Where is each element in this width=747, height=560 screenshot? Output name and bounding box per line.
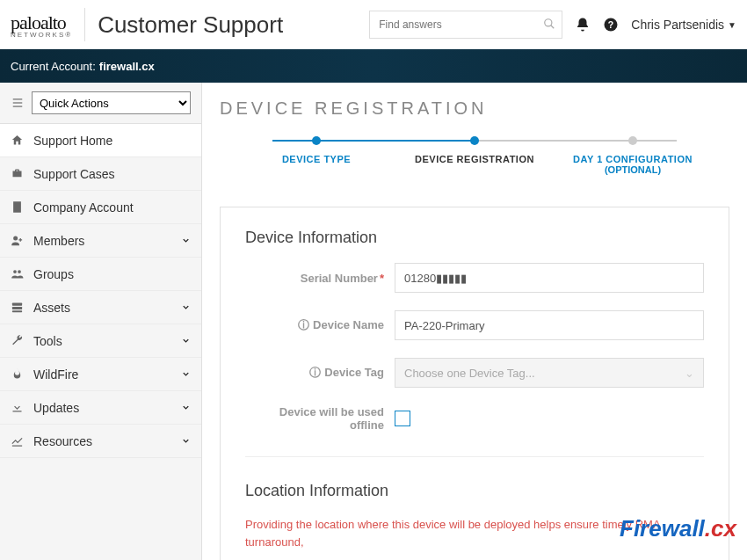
sidebar-item-label: Groups — [33, 267, 74, 281]
chevron-down-icon — [181, 236, 191, 245]
step-line-done — [272, 140, 475, 142]
step-line-pending — [475, 140, 677, 142]
device-tag-select[interactable]: Choose one Device Tag... ⌄ — [395, 358, 704, 388]
flame-icon — [11, 367, 26, 381]
chevron-down-icon — [181, 336, 191, 345]
home-icon — [11, 134, 26, 147]
sidebar-item-support-home[interactable]: Support Home — [0, 124, 201, 157]
row-device-tag: ⓘDevice Tag Choose one Device Tag... ⌄ — [245, 358, 704, 388]
sidebar-item-updates[interactable]: Updates — [0, 391, 201, 425]
header-divider — [84, 8, 85, 41]
sidebar-item-wildfire[interactable]: WildFire — [0, 358, 201, 391]
wrench-icon — [11, 334, 26, 347]
chevron-down-icon — [181, 403, 191, 412]
step-dot-icon — [628, 136, 637, 145]
step-dot-icon — [470, 136, 479, 145]
section-location-info: Location Information — [245, 482, 704, 500]
help-icon[interactable]: ⓘ — [309, 366, 321, 379]
account-value: firewall.cx — [99, 60, 155, 73]
building-icon — [11, 200, 26, 214]
svg-point-9 — [18, 270, 21, 273]
download-icon — [11, 401, 26, 414]
user-menu[interactable]: Chris Partsenidis ▼ — [631, 18, 736, 32]
brand-logo: paloalto NETWORKS® — [11, 11, 72, 39]
sidebar-item-label: WildFire — [33, 367, 78, 382]
section-device-info: Device Information — [245, 229, 704, 247]
search-container — [369, 11, 562, 39]
svg-point-8 — [13, 270, 17, 273]
form-card: Device Information Serial Number* ⓘDevic… — [220, 207, 729, 560]
step-day1-config[interactable]: DAY 1 CONFIGURATION (OPTIONAL) — [554, 136, 712, 175]
svg-point-0 — [545, 19, 552, 26]
account-label: Current Account: — [11, 60, 96, 73]
help-icon[interactable]: ? — [603, 17, 619, 33]
step-dot-icon — [312, 136, 321, 145]
server-icon — [11, 301, 26, 314]
chevron-down-icon: ⌄ — [685, 367, 694, 380]
sidebar-item-label: Support Home — [33, 134, 112, 148]
quick-actions-select[interactable]: Quick Actions — [32, 91, 191, 114]
sidebar-item-resources[interactable]: Resources — [0, 425, 201, 458]
chevron-down-icon — [181, 369, 191, 379]
app-title: Customer Support — [98, 11, 283, 39]
row-offline: Device will be used offline — [245, 405, 704, 432]
device-name-input[interactable] — [395, 310, 704, 340]
label-device-name: ⓘDevice Name — [245, 317, 395, 333]
menu-icon[interactable] — [11, 97, 25, 109]
main-content: DEVICE REGISTRATION DEVICE TYPE DEVICE R… — [202, 83, 747, 560]
svg-rect-11 — [12, 307, 22, 309]
chevron-down-icon — [181, 302, 191, 312]
help-icon[interactable]: ⓘ — [298, 318, 309, 331]
bell-icon[interactable] — [575, 17, 591, 33]
account-bar: Current Account: firewall.cx — [0, 49, 747, 83]
chart-icon — [11, 434, 26, 447]
user-name: Chris Partsenidis — [631, 18, 724, 32]
user-plus-icon — [11, 234, 26, 247]
briefcase-icon — [11, 167, 26, 180]
svg-line-1 — [551, 25, 555, 29]
sidebar-item-label: Assets — [33, 301, 70, 315]
sidebar-item-support-cases[interactable]: Support Cases — [0, 157, 201, 191]
label-offline: Device will be used offline — [245, 405, 395, 432]
label-serial-number: Serial Number* — [245, 272, 395, 285]
sidebar-item-label: Updates — [33, 401, 79, 415]
serial-number-input[interactable] — [395, 263, 704, 293]
sidebar-item-assets[interactable]: Assets — [0, 291, 201, 324]
group-icon — [11, 267, 26, 280]
search-input[interactable] — [369, 11, 562, 39]
sidebar: Quick Actions Support HomeSupport CasesC… — [0, 83, 202, 560]
search-icon[interactable] — [543, 18, 555, 30]
watermark: Firewall.cx — [620, 515, 736, 542]
svg-point-7 — [13, 236, 18, 241]
page-title: DEVICE REGISTRATION — [220, 98, 729, 119]
sidebar-item-label: Members — [33, 234, 84, 248]
row-serial-number: Serial Number* — [245, 263, 704, 293]
offline-checkbox[interactable] — [395, 411, 410, 426]
svg-rect-12 — [12, 310, 22, 312]
sidebar-item-company-account[interactable]: Company Account — [0, 191, 201, 224]
sidebar-item-tools[interactable]: Tools — [0, 324, 201, 358]
stepper: DEVICE TYPE DEVICE REGISTRATION DAY 1 CO… — [220, 136, 729, 175]
svg-rect-10 — [12, 303, 22, 306]
row-device-name: ⓘDevice Name — [245, 310, 704, 340]
section-divider — [245, 456, 704, 457]
sidebar-item-label: Support Cases — [33, 167, 115, 181]
sidebar-item-groups[interactable]: Groups — [0, 258, 201, 291]
sidebar-item-label: Tools — [33, 334, 62, 348]
svg-text:?: ? — [608, 19, 613, 30]
caret-down-icon: ▼ — [728, 20, 736, 30]
chevron-down-icon — [181, 436, 191, 446]
label-device-tag: ⓘDevice Tag — [245, 365, 395, 381]
logo-text-2: NETWORKS® — [11, 31, 72, 39]
sidebar-item-members[interactable]: Members — [0, 224, 201, 258]
sidebar-item-label: Company Account — [33, 200, 134, 215]
sidebar-item-label: Resources — [33, 434, 92, 448]
